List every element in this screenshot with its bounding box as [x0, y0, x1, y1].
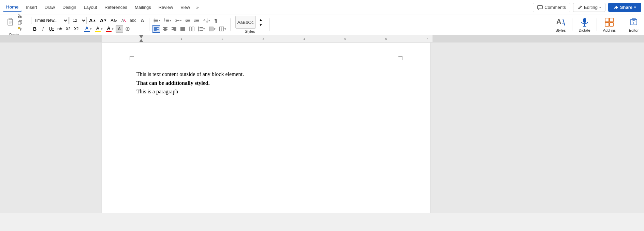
menu-layout[interactable]: Layout	[80, 3, 100, 11]
line-spacing-button[interactable]: ▾	[196, 25, 206, 33]
shading-button[interactable]: ▾	[207, 25, 217, 33]
char-shading-button[interactable]: A	[116, 25, 123, 33]
share-button[interactable]: Share ▾	[608, 3, 641, 12]
text-effect-button[interactable]: abc	[128, 17, 137, 24]
svg-rect-70	[605, 22, 609, 26]
strikethrough-button[interactable]: ab	[56, 25, 63, 33]
svg-text:A: A	[556, 18, 561, 25]
document-content[interactable]: This is text content outside of any bloc…	[136, 70, 396, 96]
sep7	[622, 18, 622, 31]
dictate-section[interactable]: Dictate	[576, 16, 592, 33]
svg-line-13	[124, 19, 126, 22]
sep1	[28, 18, 28, 31]
superscript-button[interactable]: X2	[73, 25, 80, 33]
decrease-indent-button[interactable]	[184, 17, 192, 24]
columns-button[interactable]	[188, 25, 196, 33]
document-area: This is text content outside of any bloc…	[0, 43, 644, 213]
font-name-select[interactable]: Times New...	[31, 17, 69, 24]
comments-button[interactable]: Comments	[533, 3, 570, 12]
subscript-button[interactable]: X2	[64, 25, 72, 33]
sep5	[572, 18, 572, 31]
svg-text:3.: 3.	[164, 20, 165, 22]
clipboard-options	[16, 12, 23, 32]
svg-point-7	[20, 16, 21, 18]
clear-format-button[interactable]: A	[120, 17, 127, 24]
svg-text:A: A	[121, 18, 124, 22]
italic-button[interactable]: I	[39, 25, 47, 33]
format-painter-button[interactable]	[16, 26, 23, 32]
numbered-list-button[interactable]: 1. 2. 3. ▾	[163, 17, 173, 24]
menu-design[interactable]: Design	[59, 3, 79, 11]
svg-rect-9	[18, 21, 21, 25]
ruler-num-4: 4	[303, 37, 305, 41]
sort-button[interactable]: A Z ▾	[202, 17, 211, 24]
share-dropdown-arrow: ▾	[634, 5, 636, 9]
menu-bar: Home Insert Draw Design Layout Reference…	[0, 0, 644, 15]
font-size-select[interactable]: 12	[70, 17, 87, 24]
styles-big-icon: A	[555, 17, 566, 28]
svg-point-20	[153, 21, 155, 22]
document-page[interactable]: This is text content outside of any bloc…	[102, 43, 430, 213]
svg-point-6	[18, 16, 19, 18]
dictate-label: Dictate	[579, 28, 590, 32]
svg-rect-55	[189, 27, 191, 31]
align-center-button[interactable]	[161, 25, 169, 33]
styles-up-button[interactable]: ▲	[257, 17, 265, 22]
svg-rect-56	[192, 27, 194, 31]
font-highlight-button[interactable]: A	[139, 17, 146, 24]
menu-mailings[interactable]: Mailings	[131, 3, 155, 11]
decrease-font-button[interactable]: A▼	[99, 17, 108, 24]
borders-button[interactable]: ▾	[218, 25, 228, 33]
increase-indent-button[interactable]	[193, 17, 201, 24]
ruler-num-2: 2	[221, 37, 223, 41]
menu-more-button[interactable]: »	[194, 3, 201, 11]
sep2	[149, 18, 149, 31]
highlight-color-button[interactable]: A ▾	[94, 25, 104, 33]
show-marks-button[interactable]: ¶	[212, 17, 220, 24]
multilevel-list-button[interactable]: ▾	[173, 17, 183, 24]
doc-line2: That can be additionally styled.	[136, 80, 210, 86]
svg-rect-71	[610, 22, 613, 26]
left-margin	[0, 43, 102, 213]
addins-section[interactable]: Add-ins	[601, 16, 618, 33]
svg-point-16	[153, 18, 155, 19]
editing-label: Editing	[584, 5, 598, 10]
menu-draw[interactable]: Draw	[41, 3, 58, 11]
text-color-button2[interactable]: A ▾	[105, 25, 115, 33]
share-label: Share	[620, 5, 632, 10]
svg-rect-68	[605, 18, 609, 22]
doc-line1: This is text content outside of any bloc…	[136, 71, 244, 77]
change-case-button[interactable]: Aa ▾	[109, 17, 119, 24]
menu-home[interactable]: Home	[3, 3, 22, 12]
align-left-button[interactable]	[152, 25, 160, 33]
pencil-icon	[577, 5, 582, 10]
styles-down-button[interactable]: ▼	[257, 22, 265, 27]
svg-rect-10	[18, 27, 20, 29]
bullet-list-button[interactable]: ▾	[152, 17, 162, 24]
menu-review[interactable]: Review	[155, 3, 177, 11]
paste-icon[interactable]	[5, 17, 16, 28]
header-right: Comments Editing ▾ Share ▾	[533, 3, 641, 12]
editor-icon	[628, 17, 639, 28]
menu-insert[interactable]: Insert	[23, 3, 41, 11]
font-color-button[interactable]: A ▾	[83, 25, 93, 33]
styles-section[interactable]: AaBbCc ▲ ▼ Styles	[233, 15, 267, 34]
menu-references[interactable]: References	[101, 3, 131, 11]
text-effects-btn2[interactable]: A	[124, 25, 131, 33]
ruler-num-6: 6	[385, 37, 387, 41]
ruler-num-3: 3	[262, 37, 264, 41]
cut-button[interactable]	[16, 12, 23, 18]
underline-button[interactable]: U ▾	[47, 25, 55, 33]
copy-button[interactable]	[16, 19, 23, 25]
justify-button[interactable]	[179, 25, 187, 33]
align-right-button[interactable]	[170, 25, 178, 33]
styles-big-section[interactable]: A Styles	[553, 16, 568, 33]
paragraph-section: ▾ 1. 2. 3. ▾	[152, 17, 228, 33]
editor-section[interactable]: Editor	[626, 16, 641, 33]
menu-view[interactable]: View	[177, 3, 193, 11]
editing-button[interactable]: Editing ▾	[573, 3, 605, 12]
increase-font-button[interactable]: A▲	[88, 17, 98, 24]
svg-rect-60	[209, 27, 213, 31]
bold-button[interactable]: B	[31, 25, 39, 33]
doc-paragraph: This is a paragraph	[136, 87, 396, 96]
